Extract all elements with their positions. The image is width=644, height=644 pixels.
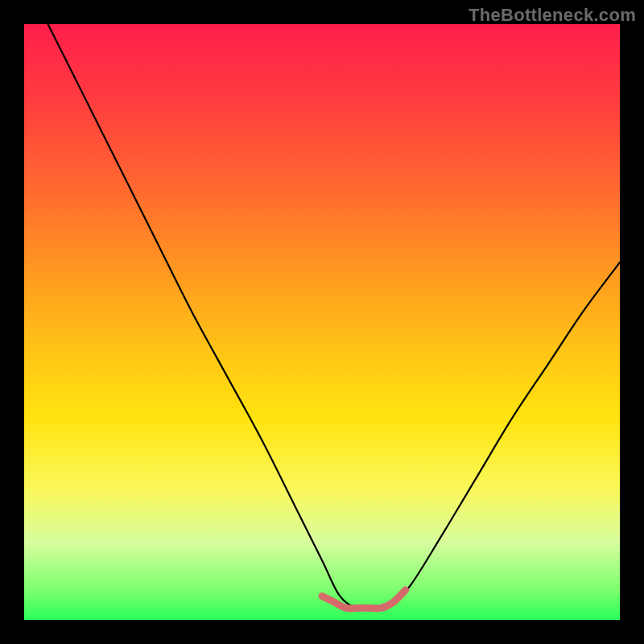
optimal-band bbox=[322, 590, 406, 609]
curve-layer bbox=[24, 24, 620, 620]
watermark-text: TheBottleneck.com bbox=[469, 5, 636, 26]
chart-frame: TheBottleneck.com bbox=[0, 0, 644, 644]
plot-area bbox=[24, 24, 620, 620]
bottleneck-curve bbox=[48, 24, 620, 609]
